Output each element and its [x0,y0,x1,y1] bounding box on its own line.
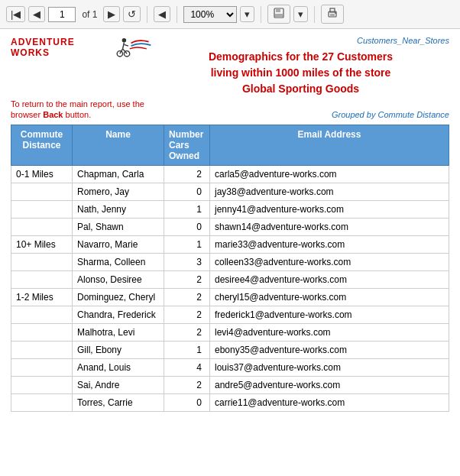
header-email: Email Address [210,125,449,166]
table-row: 10+ MilesNavarro, Marie1marie33@adventur… [11,236,449,254]
cell-cars: 4 [164,359,210,377]
cell-email: levi4@adventure-works.com [210,324,449,342]
cell-cars: 3 [164,254,210,271]
cell-cars: 1 [164,236,210,254]
cell-commute: 1-2 Miles [11,289,73,306]
next-page-button[interactable]: ▶ [103,6,120,22]
cell-commute [11,394,73,412]
cell-email: ebony35@adventure-works.com [210,342,449,359]
table-row: Romero, Jay0jay38@adventure-works.com [11,183,449,201]
cell-name: Romero, Jay [73,183,164,201]
cell-email: louis37@adventure-works.com [210,359,449,377]
cell-name: Chandra, Frederick [73,306,164,324]
back-nav-button[interactable]: ◀ [154,6,170,22]
cell-name: Nath, Jenny [73,201,164,219]
cell-email: carrie11@adventure-works.com [210,394,449,412]
cell-name: Navarro, Marie [73,236,164,254]
cell-name: Torres, Carrie [73,394,164,412]
cell-cars: 0 [164,394,210,412]
cell-commute [11,254,73,271]
title-area: Customers_Near_Stores Demographics for t… [152,35,449,97]
cell-cars: 2 [164,377,210,394]
cell-email: desiree4@adventure-works.com [210,271,449,289]
cell-email: carla5@adventure-works.com [210,166,449,183]
cell-cars: 1 [164,342,210,359]
cell-cars: 2 [164,271,210,289]
svg-point-6 [335,12,336,14]
cell-email: jenny41@adventure-works.com [210,201,449,219]
cell-email: shawn14@adventure-works.com [210,219,449,236]
svg-rect-5 [330,14,335,16]
data-table: CommuteDistance Name NumberCarsOwned Ema… [11,125,449,412]
table-header-row: CommuteDistance Name NumberCarsOwned Ema… [11,125,449,166]
cell-name: Pal, Shawn [73,219,164,236]
table-row: Gill, Ebony1ebony35@adventure-works.com [11,342,449,359]
cell-cars: 2 [164,166,210,183]
svg-point-7 [121,38,126,43]
toolbar: |◀ ◀ 1 of 1 ▶ ↺ ◀ 25% 50% 75% 100% 125% … [0,0,460,29]
cell-cars: 0 [164,219,210,236]
cell-name: Sai, Andre [73,377,164,394]
page-number-input[interactable]: 1 [48,7,76,22]
report-link[interactable]: Customers_Near_Stores [357,36,449,45]
cell-commute [11,306,73,324]
cell-commute [11,377,73,394]
cell-name: Gill, Ebony [73,342,164,359]
cell-cars: 1 [164,201,210,219]
save-button[interactable] [267,5,290,24]
cell-cars: 2 [164,289,210,306]
logo-area: ADVENTURE WORKS [11,35,152,63]
cell-name: Anand, Louis [73,359,164,377]
cell-commute [11,183,73,201]
grouped-by: Grouped by Commute Distance [152,109,449,120]
cell-email: jay38@adventure-works.com [210,183,449,201]
separator-2 [177,6,177,23]
cell-email: frederick1@adventure-works.com [210,306,449,324]
zoom-dropdown-button[interactable]: ▾ [240,6,254,22]
svg-line-8 [122,43,124,49]
table-row: Anand, Louis4louis37@adventure-works.com [11,359,449,377]
separator-1 [147,6,147,23]
cell-email: colleen33@adventure-works.com [210,254,449,271]
prev-page-button[interactable]: ◀ [28,6,45,22]
cell-name: Malhotra, Levi [73,324,164,342]
refresh-button[interactable]: ↺ [123,6,141,22]
cell-commute [11,342,73,359]
cell-commute [11,359,73,377]
table-row: Sai, Andre2andre5@adventure-works.com [11,377,449,394]
table-row: Sharma, Colleen3colleen33@adventure-work… [11,254,449,271]
first-page-button[interactable]: |◀ [6,6,25,22]
cell-cars: 0 [164,183,210,201]
table-row: 1-2 MilesDominguez, Cheryl2cheryl15@adve… [11,289,449,306]
cell-commute [11,324,73,342]
cell-commute [11,201,73,219]
print-button[interactable] [321,5,344,24]
svg-point-13 [124,51,129,57]
cell-commute [11,271,73,289]
save-dropdown-button[interactable]: ▾ [293,6,308,22]
left-note: To return to the main report, use the br… [11,99,152,120]
table-row: 0-1 MilesChapman, Carla2carla5@adventure… [11,166,449,183]
svg-rect-1 [276,8,280,12]
page-of-label: of 1 [82,9,97,20]
logo-text: ADVENTURE WORKS [11,37,109,58]
separator-4 [314,6,315,23]
cell-email: andre5@adventure-works.com [210,377,449,394]
separator-3 [261,6,261,23]
table-row: Malhotra, Levi2levi4@adventure-works.com [11,324,449,342]
cell-name: Dominguez, Cheryl [73,289,164,306]
header-commute: CommuteDistance [11,125,73,166]
cell-name: Sharma, Colleen [73,254,164,271]
report-content: ADVENTURE WORKS [0,29,460,423]
table-row: Alonso, Desiree2desiree4@adventure-works… [11,271,449,289]
cell-commute [11,219,73,236]
header-cars: NumberCarsOwned [164,125,210,166]
table-row: Pal, Shawn0shawn14@adventure-works.com [11,219,449,236]
zoom-select[interactable]: 25% 50% 75% 100% 125% 150% 200% [183,6,237,23]
table-row: Chandra, Frederick2frederick1@adventure-… [11,306,449,324]
cell-email: cheryl15@adventure-works.com [210,289,449,306]
table-row: Nath, Jenny1jenny41@adventure-works.com [11,201,449,219]
cell-name: Chapman, Carla [73,166,164,183]
cell-email: marie33@adventure-works.com [210,236,449,254]
cell-commute: 10+ Miles [11,236,73,254]
